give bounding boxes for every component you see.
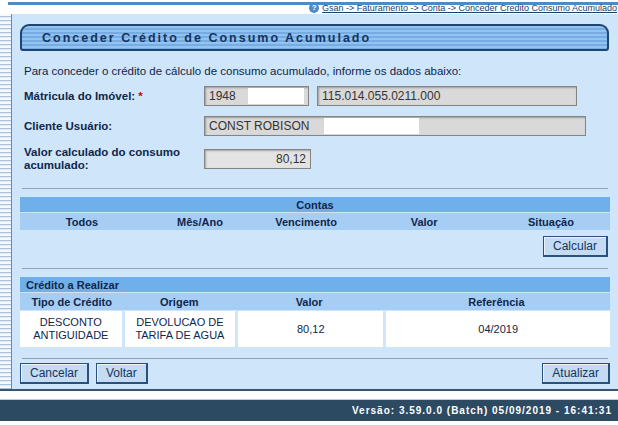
credito-col-valor: Valor [235, 296, 383, 308]
breadcrumb-bar: ? Gsan -> Faturamento -> Conta -> Conced… [0, 0, 618, 14]
credito-table-title: Crédito a Realizar [20, 277, 610, 293]
cell-referencia: 04/2019 [386, 311, 610, 347]
contas-table-title: Contas [20, 197, 610, 213]
divider [22, 268, 608, 269]
form-row-cliente: Cliente Usuário: [24, 116, 612, 136]
contas-col-mes-ano: Mês/Ano [144, 216, 256, 228]
redaction-patch [324, 118, 419, 134]
matricula-label: Mátricula do Imóvel:* [24, 90, 204, 103]
divider [22, 358, 608, 359]
content-area: Conceder Crédito de Consumo Acumulado Pa… [12, 14, 618, 389]
form-row-matricula: Mátricula do Imóvel:* [24, 86, 612, 106]
atualizar-button[interactable]: Atualizar [542, 363, 610, 384]
gsan-window: ? Gsan -> Faturamento -> Conta -> Conced… [0, 0, 618, 425]
voltar-button[interactable]: Voltar [96, 363, 148, 384]
divider [22, 188, 608, 189]
page-title: Conceder Crédito de Consumo Acumulado [20, 24, 609, 51]
cancelar-button[interactable]: Cancelar [20, 363, 89, 384]
required-marker: * [138, 90, 142, 102]
form-row-valor-consumo: Valor calculado do consumo acumulado: [24, 146, 612, 172]
matricula-label-text: Mátricula do Imóvel: [24, 90, 135, 102]
breadcrumb[interactable]: Gsan -> Faturamento -> Conta -> Conceder… [322, 3, 617, 13]
contas-col-todos: Todos [20, 216, 144, 228]
contas-col-vencimento: Vencimento [256, 216, 356, 228]
contas-col-valor: Valor [356, 216, 492, 228]
instruction-text: Para conceder o crédito de cálculo de co… [24, 65, 612, 77]
redaction-patch [248, 88, 304, 104]
inscricao-field [317, 86, 577, 106]
cell-tipo-credito: DESCONTO ANTIGUIDADE [20, 311, 122, 347]
credito-col-tipo: Tipo de Crédito [20, 296, 123, 308]
cell-origem: DEVOLUCAO DE TARIFA DE AGUA [125, 311, 235, 347]
table-row: DESCONTO ANTIGUIDADE DEVOLUCAO DE TARIFA… [20, 311, 610, 347]
contas-table: Contas Todos Mês/Ano Vencimento Valor Si… [20, 197, 610, 230]
contas-table-header: Todos Mês/Ano Vencimento Valor Situação [20, 213, 610, 230]
credito-table: Crédito a Realizar Tipo de Crédito Orige… [20, 277, 610, 347]
version-footer: Versão: 3.59.0.0 (Batch) 05/09/2019 - 16… [0, 400, 618, 421]
contas-col-situacao: Situação [492, 216, 610, 228]
cliente-label: Cliente Usuário: [24, 120, 204, 133]
credito-col-referencia: Referência [383, 296, 610, 308]
credito-table-header: Tipo de Crédito Origem Valor Referência [20, 293, 610, 310]
cell-valor: 80,12 [238, 311, 383, 347]
credito-col-origem: Origem [123, 296, 235, 308]
valor-consumo-label: Valor calculado do consumo acumulado: [24, 146, 204, 172]
footer-gap [0, 391, 618, 400]
valor-consumo-field [204, 149, 311, 169]
left-striped-border [0, 14, 12, 389]
calcular-button[interactable]: Calcular [543, 236, 608, 257]
help-icon[interactable]: ? [309, 3, 319, 13]
